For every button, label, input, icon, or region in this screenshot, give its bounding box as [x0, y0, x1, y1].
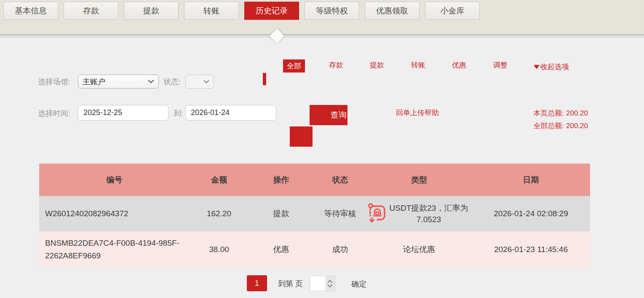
chevron-down-icon — [203, 80, 209, 83]
main-nav-tabs: 基本信息 存款 提款 转账 历史记录 等级特权 优惠领取 小金库 — [3, 2, 485, 20]
date-from-input[interactable] — [78, 105, 168, 121]
tab-deposit[interactable]: 存款 — [64, 2, 118, 20]
tab-vault[interactable]: 小金库 — [425, 2, 480, 20]
status-select[interactable] — [185, 75, 214, 89]
red-marker-bar — [263, 73, 266, 85]
history-page: 基本信息 存款 提款 转账 历史记录 等级特权 优惠领取 小金库 全部 存款 提… — [0, 0, 644, 298]
tab-vip-privilege[interactable]: 等级特权 — [305, 2, 359, 20]
to-label: 到: — [174, 108, 183, 118]
row-operation: 提款 — [249, 196, 314, 231]
collapse-options-toggle[interactable]: 收起选项 — [534, 62, 569, 72]
venue-select[interactable]: 主账户 — [78, 75, 159, 89]
receipt-upload-help-link[interactable]: 回单上传帮助 — [396, 108, 439, 118]
header-status: 状态 — [314, 164, 366, 196]
filter-tab-transfer[interactable]: 转账 — [411, 60, 425, 70]
header-id: 编号 — [39, 164, 190, 196]
row-type: 论坛优惠 — [366, 231, 472, 268]
header-type: 类型 — [366, 164, 472, 196]
row-operation: 优惠 — [249, 231, 314, 268]
venue-label: 选择场馆: — [38, 77, 70, 87]
totals-summary: 本页总额: 200.20 全部总额: 200.20 — [534, 107, 588, 132]
red-marker-square — [290, 126, 313, 147]
table-row: W26012402082964372 162.20 提款 等待审核 — [39, 196, 590, 231]
confirm-page-button[interactable]: 确定 — [349, 279, 369, 290]
venue-select-value: 主账户 — [83, 77, 105, 87]
status-label: 状态: — [163, 77, 181, 87]
chevron-down-icon — [148, 80, 154, 83]
row-type: USDT提款23，汇率为 7.0523 — [366, 196, 472, 231]
row-type-text: USDT提款23，汇率为 7.0523 — [387, 202, 471, 225]
search-button[interactable]: 查询 — [310, 105, 347, 125]
tab-transfer[interactable]: 转账 — [184, 2, 239, 20]
header-date: 日期 — [472, 164, 590, 196]
date-to-input[interactable] — [185, 105, 276, 121]
tab-basic-info[interactable]: 基本信息 — [3, 2, 58, 20]
row-id: BNSMB22DEA7C4-F00B-4194-985F-2262A8EF966… — [39, 231, 190, 268]
table-row: BNSMB22DEA7C4-F00B-4194-985F-2262A8EF966… — [39, 231, 590, 268]
tab-promo-claim[interactable]: 优惠领取 — [365, 2, 420, 20]
page-1-button[interactable]: 1 — [247, 275, 267, 291]
page-number-spinner[interactable] — [325, 276, 335, 291]
top-nav-shadow — [0, 35, 644, 39]
tab-withdraw[interactable]: 提款 — [124, 2, 179, 20]
collapse-triangle-icon — [534, 65, 540, 69]
row-status: 成功 — [314, 231, 366, 268]
spinner-down-icon[interactable] — [327, 284, 333, 287]
filter-tab-all[interactable]: 全部 — [283, 59, 305, 72]
all-total: 全部总额: 200.20 — [534, 120, 588, 132]
row-date: 2026-01-23 11:45:46 — [472, 231, 590, 268]
page-total-value: 200.20 — [566, 109, 588, 117]
filter-tab-deposit[interactable]: 存款 — [329, 60, 343, 70]
header-amount: 金额 — [190, 164, 249, 196]
time-label: 选择时间: — [38, 108, 70, 118]
row-id: W26012402082964372 — [39, 196, 190, 231]
row-status: 等待审核 — [314, 196, 366, 231]
row-date: 2026-01-24 02:08:29 — [472, 196, 590, 231]
all-total-value: 200.20 — [566, 122, 588, 130]
filter-tab-withdraw[interactable]: 提款 — [370, 60, 384, 70]
page-total: 本页总额: 200.20 — [534, 107, 588, 120]
page-total-label: 本页总额: — [534, 109, 564, 117]
filter-tab-adjust[interactable]: 调整 — [493, 60, 508, 70]
header-operation: 操作 — [249, 164, 314, 196]
history-table: 编号 金额 操作 状态 类型 日期 W26012402082964372 162… — [39, 164, 590, 268]
collapse-options-label: 收起选项 — [540, 62, 569, 72]
filter-tab-promo[interactable]: 优惠 — [452, 60, 466, 70]
table-header-row: 编号 金额 操作 状态 类型 日期 — [39, 164, 590, 196]
row-amount: 38.00 — [190, 231, 249, 268]
receipt-upload-icon[interactable] — [367, 203, 387, 225]
all-total-label: 全部总额: — [534, 122, 564, 130]
goto-page-box — [310, 276, 335, 291]
row-amount: 162.20 — [190, 196, 249, 231]
spinner-up-icon[interactable] — [327, 280, 333, 283]
goto-page-label: 到第 页 — [278, 279, 303, 289]
goto-page-input[interactable] — [310, 276, 325, 291]
tab-history[interactable]: 历史记录 — [244, 2, 299, 20]
